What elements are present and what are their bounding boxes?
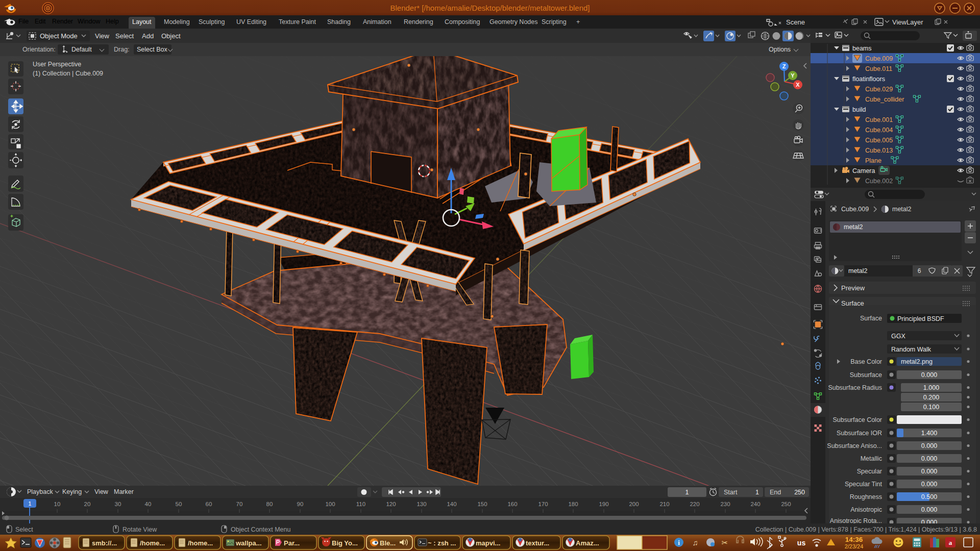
svg-text:Scene: Scene — [786, 18, 805, 26]
svg-text:textur...: textur... — [526, 539, 549, 547]
svg-text:0.000: 0.000 — [921, 506, 937, 513]
svg-text:Start: Start — [724, 489, 738, 496]
svg-text:Anisotropic: Anisotropic — [850, 506, 882, 513]
svg-text:6: 6 — [918, 267, 921, 274]
svg-text:Surface: Surface — [860, 315, 882, 322]
svg-text:Anisotropic Rota...: Anisotropic Rota... — [830, 517, 882, 523]
svg-text:0.000: 0.000 — [921, 442, 937, 449]
svg-text:100: 100 — [325, 501, 335, 507]
svg-text:250: 250 — [781, 501, 791, 507]
svg-text:Select: Select — [115, 32, 134, 40]
svg-text:/home...: /home... — [140, 539, 165, 547]
svg-text:Cube.009: Cube.009 — [865, 55, 893, 62]
svg-text:Ble...: Ble... — [380, 539, 396, 547]
svg-text:1: 1 — [28, 500, 31, 507]
svg-text:240: 240 — [750, 501, 760, 507]
svg-text:60: 60 — [206, 501, 212, 507]
svg-text:1: 1 — [685, 489, 689, 496]
svg-text:i: i — [678, 539, 680, 546]
svg-text:70: 70 — [236, 501, 243, 507]
svg-text:Roughness: Roughness — [850, 493, 882, 500]
svg-text:Y: Y — [791, 72, 795, 79]
svg-text:Keying: Keying — [62, 488, 82, 495]
svg-text:Preview: Preview — [841, 284, 865, 292]
svg-text:Specular: Specular — [857, 468, 882, 475]
svg-text:metal2: metal2 — [848, 267, 868, 274]
svg-text:14:36: 14:36 — [845, 536, 863, 543]
svg-text:mapvi...: mapvi... — [476, 539, 500, 547]
svg-text:0.500: 0.500 — [921, 493, 937, 500]
svg-text:220: 220 — [690, 501, 699, 507]
svg-text:~ : zsh ...: ~ : zsh ... — [428, 539, 456, 547]
svg-text:250: 250 — [794, 489, 805, 496]
svg-text:160: 160 — [507, 501, 517, 507]
svg-text:200: 200 — [629, 501, 639, 507]
svg-text:♫: ♫ — [692, 538, 698, 547]
svg-text:Par...: Par... — [284, 539, 300, 547]
svg-text:110: 110 — [356, 501, 365, 507]
svg-text:Cube.004: Cube.004 — [865, 127, 893, 134]
svg-text:0.000: 0.000 — [921, 519, 937, 523]
svg-text:90: 90 — [297, 501, 304, 507]
svg-text:120: 120 — [386, 501, 396, 507]
svg-text:20: 20 — [84, 501, 91, 507]
svg-text:80: 80 — [266, 501, 273, 507]
svg-text:Cube.029: Cube.029 — [865, 86, 893, 93]
svg-text:Camera: Camera — [852, 167, 875, 174]
svg-text:Cube.013: Cube.013 — [865, 147, 893, 154]
svg-text:Object: Object — [161, 32, 181, 40]
svg-text:Subsurface IOR: Subsurface IOR — [837, 430, 882, 437]
svg-text:GGX: GGX — [891, 333, 905, 340]
svg-text:210: 210 — [659, 501, 669, 507]
svg-text:metal2: metal2 — [844, 223, 863, 231]
svg-text:Select: Select — [15, 526, 33, 533]
svg-text:0.200: 0.200 — [923, 394, 939, 401]
svg-text:End: End — [770, 489, 781, 496]
svg-text:smb://...: smb://... — [92, 539, 117, 547]
svg-text:170: 170 — [538, 501, 548, 507]
svg-text:Cube.005: Cube.005 — [865, 137, 893, 144]
svg-text:2/23/24: 2/23/24 — [845, 543, 864, 549]
svg-text:140: 140 — [447, 501, 456, 507]
svg-text:Subsurface Color: Subsurface Color — [832, 416, 882, 423]
svg-text:Object Context Menu: Object Context Menu — [231, 526, 290, 533]
svg-text:0.000: 0.000 — [921, 455, 937, 462]
svg-text:Cube.002: Cube.002 — [865, 178, 893, 185]
svg-text:Rotate View: Rotate View — [122, 526, 157, 533]
svg-text:Object Mode: Object Mode — [40, 32, 78, 40]
svg-text:Random Walk: Random Walk — [891, 346, 932, 353]
svg-text:a: a — [949, 539, 952, 546]
svg-text:10: 10 — [54, 501, 61, 507]
svg-text:Subsurface Radius: Subsurface Radius — [828, 384, 882, 391]
svg-text:X: X — [796, 82, 800, 88]
svg-text:30: 30 — [115, 501, 121, 507]
svg-text:Cube.011: Cube.011 — [865, 65, 892, 72]
svg-text:40: 40 — [145, 501, 152, 507]
svg-text:0.000: 0.000 — [921, 468, 937, 475]
svg-text:us: us — [797, 539, 806, 547]
svg-text:Specular Tint: Specular Tint — [845, 481, 882, 488]
svg-text:floatinfloors: floatinfloors — [852, 76, 885, 83]
svg-text:Add: Add — [142, 32, 154, 40]
svg-text:Plane: Plane — [865, 157, 881, 164]
svg-text:Base Color: Base Color — [850, 358, 882, 365]
svg-text:Collection | Cube.009 | Verts:: Collection | Cube.009 | Verts:878 | Face… — [755, 526, 977, 533]
svg-text:beams: beams — [852, 45, 872, 52]
svg-text:View: View — [94, 488, 109, 495]
svg-text:wallpa...: wallpa... — [235, 539, 262, 547]
svg-text:Cube.009: Cube.009 — [841, 206, 869, 213]
svg-text:ViewLayer: ViewLayer — [892, 18, 923, 26]
svg-text:Z: Z — [782, 63, 786, 69]
svg-text:User Perspective: User Perspective — [33, 61, 81, 68]
svg-text:50: 50 — [176, 501, 182, 507]
svg-text:1.400: 1.400 — [921, 430, 937, 437]
svg-text:View: View — [95, 32, 110, 40]
svg-text:Amaz...: Amaz... — [576, 539, 599, 547]
svg-text:build: build — [852, 106, 866, 113]
svg-text:0.100: 0.100 — [923, 404, 939, 411]
svg-text:Metallic: Metallic — [861, 455, 882, 462]
svg-text:(1) Collection | Cube.009: (1) Collection | Cube.009 — [33, 70, 103, 77]
svg-text:Subsurface Aniso...: Subsurface Aniso... — [827, 442, 882, 449]
svg-text:190: 190 — [599, 501, 608, 507]
svg-text:Marker: Marker — [114, 488, 134, 495]
